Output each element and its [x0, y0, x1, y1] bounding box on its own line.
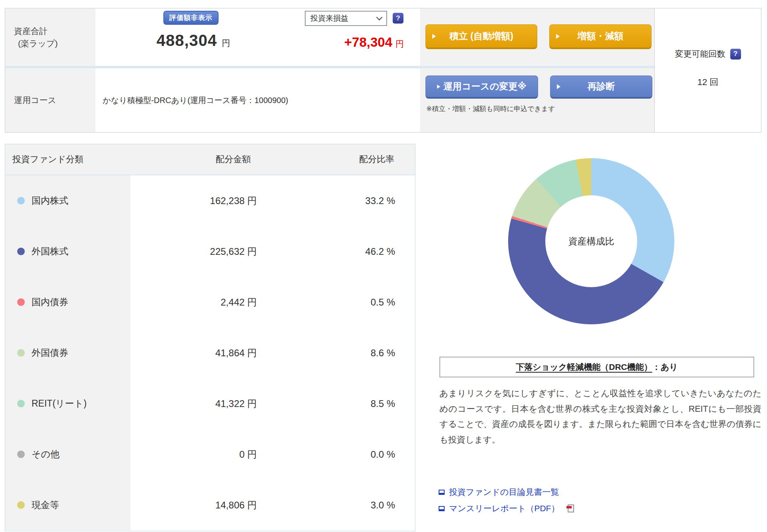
course-name: かなり積極型-DRCあり(運用コース番号：1000900)	[95, 68, 420, 132]
document-links: 投資ファンドの目論見書一覧 マンスリーレポート（PDF）	[439, 486, 574, 514]
other-dot-icon	[17, 451, 25, 458]
allocation-table: 投資ファンド分類 配分金額 配分比率 国内株式 162,238 円 33.2 %…	[5, 144, 415, 531]
total-assets-value-cell: 評価額非表示 488,304円 投資来損益 ? +78,304円	[95, 8, 420, 66]
tsumitate-button-label: 積立 (自動増額)	[449, 30, 513, 42]
donut-center-label: 資産構成比	[545, 195, 637, 287]
row-amount: 2,442 円	[130, 277, 285, 328]
change-count-help-icon[interactable]: ?	[730, 49, 741, 60]
total-amount-value: 488,304	[157, 32, 217, 49]
row-ratio: 0.0 %	[285, 429, 415, 480]
row-ratio: 8.6 %	[285, 328, 415, 378]
change-count-panel: 変更可能回数 ? 12 回	[654, 8, 761, 132]
row-ratio: 0.5 %	[285, 277, 415, 328]
window-icon	[439, 506, 445, 511]
course-note: ※積立・増額・減額も同時に申込できます	[420, 99, 654, 113]
table-row: その他 0 円 0.0 %	[5, 429, 415, 480]
pl-amount-unit: 円	[395, 39, 404, 48]
row-ratio: 46.2 %	[285, 226, 415, 277]
row-ratio: 3.0 %	[285, 480, 415, 530]
row-label: その他	[32, 448, 60, 461]
reit-dot-icon	[17, 400, 25, 407]
asset-actions-cell: 積立 (自動増額) 増額・減額	[420, 8, 654, 66]
table-row: 国内株式 162,238 円 33.2 %	[5, 175, 415, 226]
row-amount: 162,238 円	[130, 175, 285, 226]
pl-period-dropdown[interactable]: 投資来損益	[305, 11, 387, 26]
window-icon	[439, 490, 445, 495]
row-ratio: 8.5 %	[285, 378, 415, 429]
course-label: 運用コース	[5, 68, 95, 132]
row-label: 国内債券	[32, 296, 68, 308]
pl-amount: +78,304円	[279, 35, 404, 50]
course-change-button-label: 運用コースの変更※	[443, 80, 527, 93]
table-row: REIT(リート) 41,322 円 8.5 %	[5, 378, 415, 429]
header-category: 投資ファンド分類	[5, 153, 130, 165]
arrow-right-icon	[556, 34, 560, 39]
course-row: 運用コース かなり積極型-DRCあり(運用コース番号：1000900) 運用コー…	[5, 68, 654, 132]
zougaku-gengaku-button[interactable]: 増額・減額	[549, 24, 652, 49]
drc-feature-title: 下落ショック軽減機能（DRC機能）	[516, 361, 652, 373]
total-assets-label-line1: 資産合計	[14, 25, 95, 38]
donut-chart: 資産構成比	[508, 158, 674, 324]
row-label: 国内株式	[32, 195, 68, 207]
pl-period-dropdown-value: 投資来損益	[310, 13, 348, 24]
total-assets-label: 資産合計 (楽ラップ)	[5, 8, 95, 66]
row-amount: 41,864 円	[130, 328, 285, 378]
drc-feature-status: ：あり	[652, 361, 678, 373]
total-amount-unit: 円	[222, 38, 230, 48]
row-label: REIT(リート)	[32, 397, 87, 410]
prospectus-link[interactable]: 投資ファンドの目論見書一覧	[439, 486, 574, 498]
row-amount: 0 円	[130, 429, 285, 480]
course-change-button[interactable]: 運用コースの変更※	[425, 75, 538, 99]
cash-dot-icon	[17, 501, 25, 509]
prospectus-link-label: 投資ファンドの目論見書一覧	[449, 486, 559, 498]
arrow-right-icon	[437, 85, 440, 89]
row-label: 外国株式	[32, 245, 68, 258]
drc-feature-box: 下落ショック軽減機能（DRC機能）：あり	[439, 357, 754, 377]
chevron-down-icon	[376, 14, 383, 20]
pdf-file-icon	[568, 504, 574, 512]
monthly-report-link[interactable]: マンスリーレポート（PDF）	[439, 503, 574, 514]
foreign-bond-dot-icon	[17, 349, 25, 357]
change-count-value: 12 回	[697, 76, 719, 88]
total-assets-row: 資産合計 (楽ラップ) 評価額非表示 488,304円 投資来損益 ? +78,…	[5, 8, 654, 68]
row-amount: 225,632 円	[130, 226, 285, 277]
course-actions-cell: 運用コースの変更※ 再診断 ※積立・増額・減額も同時に申込できます	[420, 68, 654, 132]
row-amount: 41,322 円	[130, 378, 285, 429]
table-row: 国内債券 2,442 円 0.5 %	[5, 277, 415, 328]
total-assets-label-line2: (楽ラップ)	[14, 37, 95, 50]
rediagnosis-button-label: 再診断	[588, 80, 615, 93]
table-row: 現金等 14,806 円 3.0 %	[5, 480, 415, 530]
total-amount: 488,304円	[107, 32, 279, 50]
row-amount: 14,806 円	[130, 480, 285, 530]
arrow-right-icon	[557, 84, 560, 89]
tsumitate-button[interactable]: 積立 (自動増額)	[425, 24, 537, 49]
domestic-bond-dot-icon	[17, 298, 25, 306]
course-description: あまりリスクを気にしすぎずに、とことん収益性を追求していきたいあなたのためのコー…	[439, 386, 761, 448]
hide-valuation-badge[interactable]: 評価額非表示	[163, 11, 219, 25]
header-amount: 配分金額	[130, 153, 285, 165]
pl-help-icon[interactable]: ?	[393, 13, 403, 24]
header-ratio: 配分比率	[285, 153, 415, 165]
table-row: 外国株式 225,632 円 46.2 %	[5, 226, 415, 277]
foreign-equity-dot-icon	[17, 248, 25, 255]
row-label: 現金等	[32, 499, 59, 511]
allocation-table-header: 投資ファンド分類 配分金額 配分比率	[5, 144, 415, 175]
pl-amount-value: +78,304	[344, 35, 392, 50]
course-label-text: 運用コース	[14, 94, 95, 107]
domestic-equity-dot-icon	[17, 197, 25, 204]
zougaku-gengaku-button-label: 増額・減額	[578, 30, 624, 42]
asset-summary-grid: 資産合計 (楽ラップ) 評価額非表示 488,304円 投資来損益 ? +78,…	[5, 8, 654, 132]
asset-summary-panel: 資産合計 (楽ラップ) 評価額非表示 488,304円 投資来損益 ? +78,…	[5, 8, 761, 133]
arrow-right-icon	[432, 34, 436, 39]
table-row: 外国債券 41,864 円 8.6 %	[5, 328, 415, 378]
change-count-label: 変更可能回数	[675, 48, 725, 60]
course-value-cell: かなり積極型-DRCあり(運用コース番号：1000900)	[95, 68, 420, 132]
monthly-report-link-label: マンスリーレポート（PDF）	[449, 503, 559, 514]
row-label: 外国債券	[32, 347, 68, 359]
row-ratio: 33.2 %	[285, 175, 415, 226]
rediagnosis-button[interactable]: 再診断	[550, 75, 652, 99]
